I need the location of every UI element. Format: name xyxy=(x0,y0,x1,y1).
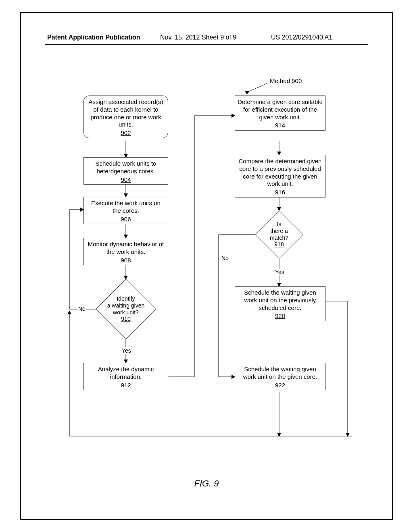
step-912: Analyze the dynamic information. 912 xyxy=(83,363,168,390)
decision-918: Is there a match? 918 xyxy=(255,210,303,259)
step-912-text: Analyze the dynamic information. xyxy=(98,366,154,380)
step-914-ref: 914 xyxy=(238,122,323,129)
step-920-text: Schedule the waiting given work unit on … xyxy=(244,289,316,311)
step-920: Schedule the waiting given work unit on … xyxy=(235,286,325,321)
decision-910-yes: Yes xyxy=(121,347,132,354)
step-914: Determine a given core suitable for effi… xyxy=(235,96,325,131)
step-902-text: Assign associated record(s) of data to e… xyxy=(88,98,163,128)
step-914-text: Determine a given core suitable for effi… xyxy=(238,98,323,121)
decision-918-ref: 918 xyxy=(274,241,284,248)
decision-918-yes: Yes xyxy=(274,269,285,275)
step-908: Monitor dynamic behavior of the work uni… xyxy=(83,238,168,265)
step-906-ref: 906 xyxy=(86,216,165,223)
decision-910: Identify a waiting given work unit? 910 xyxy=(96,279,156,339)
step-904-text: Schedule work units to heterogeneous cor… xyxy=(96,160,156,175)
decision-910-l2: a waiting given xyxy=(107,302,145,309)
page-frame: Patent Application Publication Nov. 15, … xyxy=(20,12,393,520)
step-906-text: Execute the work units on the cores. xyxy=(91,200,161,214)
decision-918-l2: there a xyxy=(270,228,288,234)
step-908-text: Monitor dynamic behavior of the work uni… xyxy=(88,241,164,255)
step-912-ref: 912 xyxy=(86,382,165,389)
step-916-text: Compare the determined given core to a p… xyxy=(239,158,322,187)
decision-910-l1: Identify xyxy=(117,295,135,302)
step-922-ref: 922 xyxy=(238,382,323,389)
step-904-ref: 904 xyxy=(86,176,165,184)
step-920-ref: 920 xyxy=(238,312,323,320)
decision-918-l3: match? xyxy=(270,235,288,241)
svg-line-0 xyxy=(249,83,267,91)
method-label: Method 900 xyxy=(269,77,302,84)
step-904: Schedule work units to heterogeneous cor… xyxy=(83,157,168,185)
flow-arrows xyxy=(21,13,394,521)
step-902-ref: 902 xyxy=(86,129,165,137)
step-902: Assign associated record(s) of data to e… xyxy=(83,96,168,138)
decision-910-l3: work unit? xyxy=(113,309,139,316)
figure-caption: FIG. 9 xyxy=(21,478,392,489)
decision-918-no: No xyxy=(221,255,229,261)
step-922: Schedule the waiting given work unit on … xyxy=(235,363,325,390)
step-906: Execute the work units on the cores. 906 xyxy=(83,197,168,224)
decision-918-l1: Is xyxy=(277,221,282,227)
step-908-ref: 908 xyxy=(86,257,165,264)
step-916-ref: 916 xyxy=(238,189,323,196)
decision-910-no: No xyxy=(77,305,86,312)
step-916: Compare the determined given core to a p… xyxy=(235,155,325,197)
step-922-text: Schedule the waiting given work unit on … xyxy=(243,366,317,380)
flowchart-canvas: Method 900 Assign associated record(s) o… xyxy=(21,13,392,519)
decision-910-ref: 910 xyxy=(121,316,130,322)
